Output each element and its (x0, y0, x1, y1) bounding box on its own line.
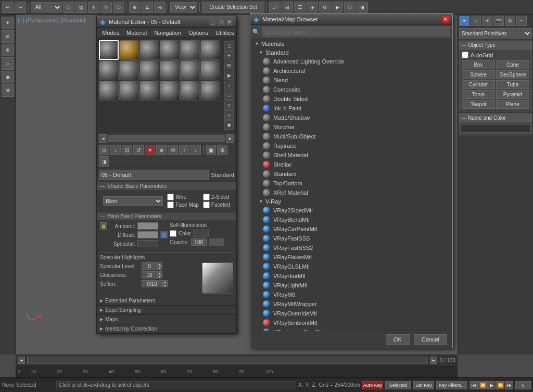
teapot-shape-btn[interactable]: ◉ (224, 120, 234, 130)
sphere-15[interactable] (139, 81, 159, 100)
backlight-btn[interactable]: ☀ (224, 51, 234, 60)
rotate-btn[interactable]: ↻ (100, 2, 112, 13)
item-morpher[interactable]: Morpher (250, 122, 452, 132)
item-ink-paint[interactable]: Ink 'n Paint (250, 104, 452, 113)
item-vrayfastsss2[interactable]: VRayFastSSS2 (250, 243, 452, 252)
item-vrayoverride[interactable]: VRayOverrideMtl (250, 309, 452, 318)
ok-btn[interactable]: OK (386, 334, 410, 345)
helper-icon-btn[interactable]: ⊕ (505, 16, 515, 26)
cylinder-btn[interactable]: Cylinder (462, 80, 495, 89)
item-vraycarpaint[interactable]: VRayCarPaintMtl (250, 224, 452, 234)
item-vrayblend[interactable]: VRayBlendMtl (250, 215, 452, 224)
angle-snap-btn[interactable]: ∠ (142, 2, 153, 13)
diffuse-color-box[interactable] (137, 231, 158, 238)
item-vraylight[interactable]: VRayLightMtl (250, 281, 452, 290)
specular-color-box[interactable] (137, 240, 158, 247)
backlight2-btn[interactable]: ◑ (99, 156, 109, 167)
set-key-btn[interactable]: Set Key (413, 381, 434, 389)
delete-mat-btn[interactable]: ✕ (145, 145, 155, 155)
pyramid-btn[interactable]: Pyramid (496, 90, 529, 99)
snap-btn[interactable]: ⊕ (129, 2, 141, 13)
autogrid-checkbox[interactable] (462, 52, 468, 58)
align-btn[interactable]: ⊟ (282, 2, 293, 13)
assign-mat-btn[interactable]: ⊡ (122, 145, 132, 155)
light-icon-btn[interactable]: ☀ (482, 16, 492, 26)
item-matte-shadow[interactable]: Matte/Shadow (250, 113, 452, 122)
sphere-18[interactable] (200, 81, 220, 100)
selected-label[interactable]: Selected (385, 381, 411, 389)
timeline-track[interactable] (27, 357, 428, 364)
sphere-10[interactable] (160, 60, 180, 80)
cancel-btn[interactable]: Cancel (414, 334, 447, 345)
two-sided-check[interactable] (203, 194, 210, 200)
active-shade-btn[interactable]: ◑ (357, 2, 368, 13)
scale-btn[interactable]: ⬡ (113, 2, 124, 13)
material-editor-btn[interactable]: ◈ (307, 2, 318, 13)
bg-checker-btn[interactable]: ⊞ (217, 145, 227, 155)
map-browser-titlebar[interactable]: ◈ Material/Map Browser ✕ (250, 14, 452, 25)
video-btn[interactable]: ▶ (224, 71, 234, 80)
maximize-btn[interactable]: □ (218, 18, 225, 26)
opacity-slider[interactable] (209, 238, 224, 246)
item-advanced-lighting[interactable]: Advanced Lighting Override (250, 57, 452, 66)
vray-header[interactable]: ▼ V-Ray (250, 197, 452, 206)
item-shellac[interactable]: Shellac (250, 160, 452, 169)
search-input[interactable] (262, 27, 450, 36)
mat-nav-track[interactable] (108, 135, 225, 142)
preview-size-btn[interactable]: ⊞ (224, 61, 234, 70)
maps-row[interactable]: ▶ Maps (97, 314, 236, 324)
teapot-btn[interactable]: Teapot (462, 100, 495, 109)
prev-frame-btn[interactable]: ◂ (18, 357, 25, 364)
camera-icon-btn[interactable]: 📷 (493, 16, 504, 26)
sphere-6[interactable] (200, 40, 220, 60)
item-composite[interactable]: Composite (250, 85, 452, 94)
navigation-menu[interactable]: Navigation (151, 29, 184, 37)
prev-mat-btn[interactable]: ◂ (99, 134, 107, 143)
item-vraysimbiont[interactable]: VRaySimbiontMtl (250, 318, 452, 327)
sphere-icon-btn[interactable]: ○ (471, 16, 481, 26)
material-menu[interactable]: Material (123, 29, 150, 37)
sphere-16[interactable] (160, 81, 180, 100)
diffuse-map-btn[interactable]: ⬡ (160, 231, 168, 238)
select-region-btn[interactable]: ▤ (75, 2, 87, 13)
sphere-shape-btn[interactable]: ○ (224, 81, 234, 90)
cube-shape-btn[interactable]: □ (224, 91, 234, 100)
sphere-17[interactable] (180, 81, 200, 100)
sphere-4[interactable] (160, 40, 180, 60)
render-btn[interactable]: ▶ (332, 2, 343, 13)
ambient-color-box[interactable] (137, 222, 158, 230)
key-filters-btn[interactable]: Key Filters... (436, 381, 467, 389)
render-setup-btn[interactable]: ⚙ (319, 2, 331, 13)
create-sel-set-btn[interactable]: Create Selection Set (202, 2, 264, 13)
view-dropdown[interactable]: View (170, 2, 197, 12)
item-vraymtl[interactable]: VRayMtl (250, 290, 452, 299)
object-type-header[interactable]: — Object Type (459, 41, 532, 49)
undo-btn[interactable]: ↩ (2, 2, 14, 13)
materials-header[interactable]: ▼ Materials (250, 39, 452, 48)
frame-input[interactable]: 0 (515, 381, 531, 389)
item-top-bottom[interactable]: Top/Bottom (250, 179, 452, 188)
item-vrayfastsss[interactable]: VRayFastSSS (250, 234, 452, 243)
sphere-8[interactable] (119, 60, 139, 80)
last-frame-btn[interactable]: ⏭ (505, 381, 513, 389)
soften-down[interactable]: ▼ (162, 284, 168, 287)
modify-btn[interactable]: ⊘ (2, 30, 14, 43)
redo-btn[interactable]: ↪ (15, 2, 26, 13)
standard-header[interactable]: ▼ Standard (250, 48, 452, 57)
render-frame-btn[interactable]: ⬡ (344, 2, 356, 13)
bg-icon-btn[interactable]: ◻ (224, 41, 234, 50)
item-multi-sub[interactable]: Multi/Sub-Object (250, 132, 452, 141)
map-browser-close-btn[interactable]: ✕ (442, 16, 449, 23)
modes-menu[interactable]: Modes (99, 29, 122, 37)
object-name-input[interactable] (462, 124, 531, 133)
hierarchy-btn[interactable]: ⊛ (2, 44, 14, 56)
item-vrayglsl[interactable]: VRayGLSLMtl (250, 262, 452, 271)
sphere-2[interactable] (119, 40, 139, 60)
extended-params-row[interactable]: ▶ Extended Parameters (97, 296, 236, 305)
name-color-header[interactable]: — Name and Color (459, 113, 532, 122)
sphere-5[interactable] (180, 40, 200, 60)
sphere-14[interactable] (119, 81, 139, 100)
sphere-1[interactable] (99, 40, 119, 60)
layer-btn[interactable]: ☰ (294, 2, 306, 13)
item-double-sided[interactable]: Double Sided (250, 94, 452, 104)
